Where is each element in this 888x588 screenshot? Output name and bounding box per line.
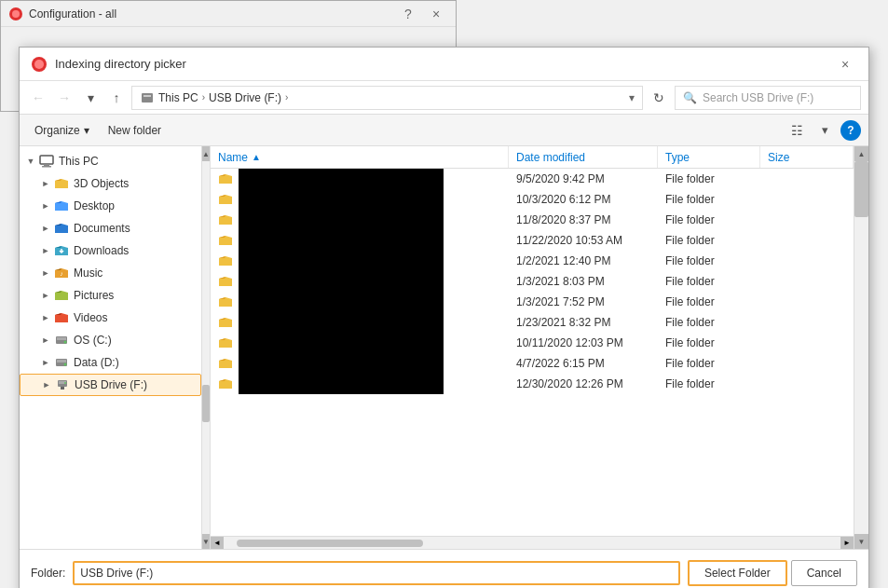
toggle-downloads[interactable]: ► [38,243,53,258]
sidebar: ▼ This PC ► [20,146,201,549]
toggle-3d-objects[interactable]: ► [38,176,53,191]
svg-point-1 [12,10,20,18]
table-row[interactable]: 1/3/2021 8:03 PM File folder [211,271,854,292]
sidebar-item-data-d[interactable]: ► Data (D:) [20,351,201,374]
obscured-filename [239,189,444,210]
toggle-videos[interactable]: ► [38,310,53,325]
sidebar-item-music[interactable]: ► ♪ Music [20,262,201,284]
svg-text:♪: ♪ [60,270,63,277]
toggle-pictures[interactable]: ► [38,288,53,303]
breadcrumb-thispc: This PC [158,91,198,104]
organize-arrow-icon: ▾ [84,124,89,137]
file-name-cell [211,292,509,312]
table-row[interactable]: 11/8/2020 8:37 PM File folder [211,210,854,230]
view-button[interactable]: ☷ [785,118,809,143]
dropdown-button[interactable]: ▾ [79,87,102,109]
dialog-icon [31,56,48,73]
breadcrumb-dropdown[interactable]: ▾ [629,91,635,104]
file-list-scrollbar[interactable]: ▲ ▼ [854,146,868,549]
svg-rect-4 [142,93,153,103]
sidebar-item-documents[interactable]: ► Documents [20,217,201,239]
cancel-button[interactable]: Cancel [791,560,857,586]
toggle-os-c[interactable]: ► [38,333,53,348]
bg-help-button[interactable]: ? [396,2,420,26]
table-row[interactable]: 1/3/2021 7:52 PM File folder [211,292,854,312]
file-size-cell [760,169,854,189]
folder-docs-icon [53,220,70,237]
table-row[interactable]: 1/23/2021 8:32 PM File folder [211,312,854,333]
organize-button[interactable]: Organize ▾ [27,121,97,140]
sidebar-item-usb-drive[interactable]: ► USB Drive (F:) [20,374,201,396]
back-button[interactable]: ← [27,87,49,109]
bg-window-title-area: Configuration - all [8,7,116,21]
table-row[interactable]: 9/5/2020 9:42 PM File folder [211,169,854,189]
sidebar-item-desktop[interactable]: ► Desktop [20,195,201,217]
obscured-filename [239,333,444,353]
table-row[interactable]: 11/22/2020 10:53 AM File folder [211,230,854,251]
file-size-cell [760,251,854,271]
dialog-close-button[interactable]: × [833,52,857,76]
dialog-title-area: Indexing directory picker [31,56,186,73]
help-button[interactable]: ? [840,120,861,141]
new-folder-button[interactable]: New folder [101,121,169,140]
bg-close-button[interactable]: × [424,2,448,26]
folder-icon [218,377,233,390]
sidebar-item-videos[interactable]: ► Videos [20,307,201,329]
table-row[interactable]: 10/11/2020 12:03 PM File folder [211,333,854,353]
sidebar-scrollbar[interactable]: ▲ ▼ [201,146,210,549]
col-size-header[interactable]: Size [760,146,854,168]
table-row[interactable]: 10/3/2020 6:12 PM File folder [211,189,854,210]
col-name-header[interactable]: Name ▲ [211,146,509,168]
search-icon: 🔍 [683,91,697,104]
up-button[interactable]: ↑ [105,87,128,109]
refresh-icon: ↻ [653,90,664,105]
toggle-this-pc[interactable]: ▼ [23,154,38,169]
toggle-desktop[interactable]: ► [38,198,53,213]
select-folder-button[interactable]: Select Folder [688,560,787,586]
forward-button[interactable]: → [53,87,75,109]
h-scroll-thumb[interactable] [237,540,423,547]
sidebar-item-downloads[interactable]: ► Downloads [20,239,201,262]
table-row[interactable]: 1/2/2021 12:40 PM File folder [211,251,854,271]
toggle-music[interactable]: ► [38,266,53,280]
sidebar-item-this-pc[interactable]: ▼ This PC [20,150,201,172]
breadcrumb-bar[interactable]: This PC › USB Drive (F:) › ▾ [131,86,643,110]
folder-icon [218,336,233,349]
toggle-documents[interactable]: ► [38,221,53,236]
table-row[interactable]: 12/30/2020 12:26 PM File folder [211,374,854,394]
table-row[interactable]: 4/7/2022 6:15 PM File folder [211,353,854,374]
obscured-filename [239,271,444,292]
up-icon: ↑ [114,90,120,105]
col-type-header[interactable]: Type [658,146,760,168]
svg-rect-11 [57,337,66,340]
horizontal-scrollbar[interactable]: ◄ ► [211,536,854,549]
sort-arrow-icon: ▲ [252,152,261,162]
file-size-cell [760,312,854,333]
toggle-data-d[interactable]: ► [38,355,53,370]
file-name-cell [211,251,509,271]
sidebar-item-3d-objects[interactable]: ► 3D Objects [20,172,201,195]
bg-window-title-text: Configuration - all [29,7,116,21]
file-date-cell: 11/22/2020 10:53 AM [509,230,658,251]
folder-input[interactable] [73,561,680,585]
col-date-header[interactable]: Date modified [509,146,658,168]
search-bar[interactable]: 🔍 Search USB Drive (F:) [675,86,861,110]
file-type-cell: File folder [658,169,760,189]
view-dropdown-button[interactable]: ▾ [813,118,837,143]
file-type-cell: File folder [658,271,760,292]
obscured-filename [239,169,444,189]
sidebar-label-pictures: Pictures [74,289,114,302]
refresh-button[interactable]: ↻ [647,86,671,110]
svg-point-3 [34,60,44,69]
obscured-filename [239,353,444,374]
file-size-cell [760,271,854,292]
file-date-cell: 12/30/2020 12:26 PM [509,374,658,394]
file-type-cell: File folder [658,374,760,394]
h-scroll-track[interactable] [227,540,837,547]
svg-point-18 [64,382,66,384]
sidebar-item-pictures[interactable]: ► Pictures [20,284,201,307]
folder-label: Folder: [31,567,65,580]
toggle-usb-drive[interactable]: ► [39,377,54,392]
obscured-filename [239,210,444,230]
sidebar-item-os-c[interactable]: ► OS (C:) [20,329,201,351]
